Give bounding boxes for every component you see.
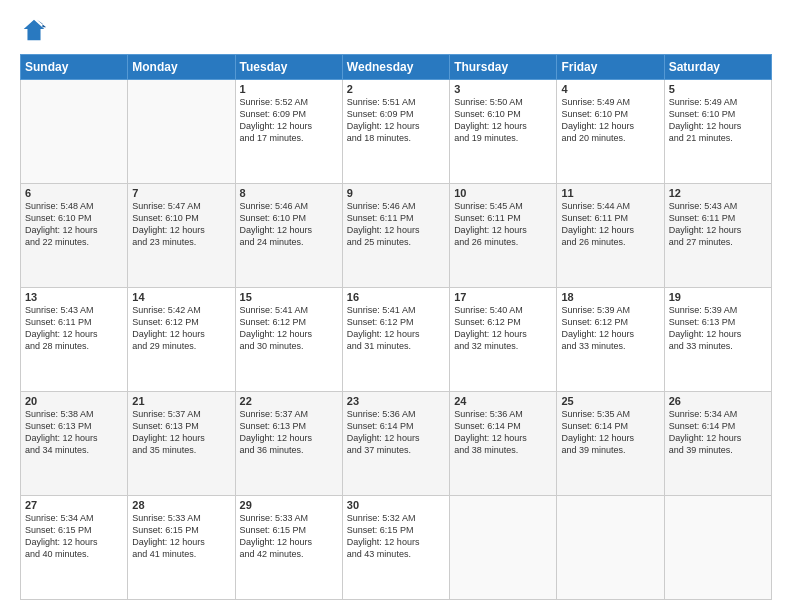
calendar-cell: 22Sunrise: 5:37 AM Sunset: 6:13 PM Dayli… <box>235 392 342 496</box>
day-number: 29 <box>240 499 338 511</box>
calendar-cell <box>21 80 128 184</box>
day-info: Sunrise: 5:51 AM Sunset: 6:09 PM Dayligh… <box>347 96 445 145</box>
day-number: 13 <box>25 291 123 303</box>
calendar-cell: 12Sunrise: 5:43 AM Sunset: 6:11 PM Dayli… <box>664 184 771 288</box>
day-number: 8 <box>240 187 338 199</box>
day-info: Sunrise: 5:52 AM Sunset: 6:09 PM Dayligh… <box>240 96 338 145</box>
calendar-week-3: 13Sunrise: 5:43 AM Sunset: 6:11 PM Dayli… <box>21 288 772 392</box>
calendar-cell: 2Sunrise: 5:51 AM Sunset: 6:09 PM Daylig… <box>342 80 449 184</box>
weekday-header-saturday: Saturday <box>664 55 771 80</box>
weekday-header-thursday: Thursday <box>450 55 557 80</box>
day-info: Sunrise: 5:41 AM Sunset: 6:12 PM Dayligh… <box>240 304 338 353</box>
day-number: 24 <box>454 395 552 407</box>
day-number: 17 <box>454 291 552 303</box>
weekday-header-wednesday: Wednesday <box>342 55 449 80</box>
calendar-cell: 15Sunrise: 5:41 AM Sunset: 6:12 PM Dayli… <box>235 288 342 392</box>
calendar-cell: 29Sunrise: 5:33 AM Sunset: 6:15 PM Dayli… <box>235 496 342 600</box>
calendar-cell <box>128 80 235 184</box>
day-info: Sunrise: 5:45 AM Sunset: 6:11 PM Dayligh… <box>454 200 552 249</box>
day-info: Sunrise: 5:34 AM Sunset: 6:14 PM Dayligh… <box>669 408 767 457</box>
day-info: Sunrise: 5:49 AM Sunset: 6:10 PM Dayligh… <box>669 96 767 145</box>
calendar-week-1: 1Sunrise: 5:52 AM Sunset: 6:09 PM Daylig… <box>21 80 772 184</box>
calendar-cell: 26Sunrise: 5:34 AM Sunset: 6:14 PM Dayli… <box>664 392 771 496</box>
calendar-cell: 20Sunrise: 5:38 AM Sunset: 6:13 PM Dayli… <box>21 392 128 496</box>
day-info: Sunrise: 5:46 AM Sunset: 6:10 PM Dayligh… <box>240 200 338 249</box>
day-info: Sunrise: 5:41 AM Sunset: 6:12 PM Dayligh… <box>347 304 445 353</box>
calendar-cell: 21Sunrise: 5:37 AM Sunset: 6:13 PM Dayli… <box>128 392 235 496</box>
day-number: 21 <box>132 395 230 407</box>
day-number: 22 <box>240 395 338 407</box>
day-info: Sunrise: 5:49 AM Sunset: 6:10 PM Dayligh… <box>561 96 659 145</box>
day-info: Sunrise: 5:37 AM Sunset: 6:13 PM Dayligh… <box>132 408 230 457</box>
calendar-cell: 17Sunrise: 5:40 AM Sunset: 6:12 PM Dayli… <box>450 288 557 392</box>
page: SundayMondayTuesdayWednesdayThursdayFrid… <box>0 0 792 612</box>
day-number: 14 <box>132 291 230 303</box>
calendar-cell: 23Sunrise: 5:36 AM Sunset: 6:14 PM Dayli… <box>342 392 449 496</box>
calendar-header-row: SundayMondayTuesdayWednesdayThursdayFrid… <box>21 55 772 80</box>
day-info: Sunrise: 5:38 AM Sunset: 6:13 PM Dayligh… <box>25 408 123 457</box>
day-number: 27 <box>25 499 123 511</box>
day-number: 2 <box>347 83 445 95</box>
day-info: Sunrise: 5:39 AM Sunset: 6:13 PM Dayligh… <box>669 304 767 353</box>
day-number: 5 <box>669 83 767 95</box>
day-number: 4 <box>561 83 659 95</box>
calendar-cell <box>664 496 771 600</box>
day-info: Sunrise: 5:35 AM Sunset: 6:14 PM Dayligh… <box>561 408 659 457</box>
weekday-header-monday: Monday <box>128 55 235 80</box>
weekday-header-sunday: Sunday <box>21 55 128 80</box>
calendar-cell: 6Sunrise: 5:48 AM Sunset: 6:10 PM Daylig… <box>21 184 128 288</box>
day-info: Sunrise: 5:36 AM Sunset: 6:14 PM Dayligh… <box>454 408 552 457</box>
calendar-cell: 7Sunrise: 5:47 AM Sunset: 6:10 PM Daylig… <box>128 184 235 288</box>
day-number: 11 <box>561 187 659 199</box>
calendar-cell: 25Sunrise: 5:35 AM Sunset: 6:14 PM Dayli… <box>557 392 664 496</box>
weekday-header-friday: Friday <box>557 55 664 80</box>
calendar-cell <box>557 496 664 600</box>
day-info: Sunrise: 5:46 AM Sunset: 6:11 PM Dayligh… <box>347 200 445 249</box>
logo <box>20 16 52 44</box>
calendar-cell: 10Sunrise: 5:45 AM Sunset: 6:11 PM Dayli… <box>450 184 557 288</box>
day-info: Sunrise: 5:34 AM Sunset: 6:15 PM Dayligh… <box>25 512 123 561</box>
day-number: 19 <box>669 291 767 303</box>
day-info: Sunrise: 5:42 AM Sunset: 6:12 PM Dayligh… <box>132 304 230 353</box>
day-number: 3 <box>454 83 552 95</box>
calendar-week-4: 20Sunrise: 5:38 AM Sunset: 6:13 PM Dayli… <box>21 392 772 496</box>
calendar-cell: 8Sunrise: 5:46 AM Sunset: 6:10 PM Daylig… <box>235 184 342 288</box>
calendar-cell: 19Sunrise: 5:39 AM Sunset: 6:13 PM Dayli… <box>664 288 771 392</box>
day-number: 15 <box>240 291 338 303</box>
day-info: Sunrise: 5:39 AM Sunset: 6:12 PM Dayligh… <box>561 304 659 353</box>
day-info: Sunrise: 5:43 AM Sunset: 6:11 PM Dayligh… <box>669 200 767 249</box>
day-info: Sunrise: 5:33 AM Sunset: 6:15 PM Dayligh… <box>132 512 230 561</box>
calendar-cell: 24Sunrise: 5:36 AM Sunset: 6:14 PM Dayli… <box>450 392 557 496</box>
day-number: 12 <box>669 187 767 199</box>
calendar-cell: 30Sunrise: 5:32 AM Sunset: 6:15 PM Dayli… <box>342 496 449 600</box>
calendar-cell: 28Sunrise: 5:33 AM Sunset: 6:15 PM Dayli… <box>128 496 235 600</box>
day-number: 6 <box>25 187 123 199</box>
day-info: Sunrise: 5:50 AM Sunset: 6:10 PM Dayligh… <box>454 96 552 145</box>
day-info: Sunrise: 5:47 AM Sunset: 6:10 PM Dayligh… <box>132 200 230 249</box>
day-number: 18 <box>561 291 659 303</box>
calendar-week-5: 27Sunrise: 5:34 AM Sunset: 6:15 PM Dayli… <box>21 496 772 600</box>
day-number: 30 <box>347 499 445 511</box>
day-info: Sunrise: 5:33 AM Sunset: 6:15 PM Dayligh… <box>240 512 338 561</box>
calendar-cell: 27Sunrise: 5:34 AM Sunset: 6:15 PM Dayli… <box>21 496 128 600</box>
calendar-cell: 5Sunrise: 5:49 AM Sunset: 6:10 PM Daylig… <box>664 80 771 184</box>
calendar-week-2: 6Sunrise: 5:48 AM Sunset: 6:10 PM Daylig… <box>21 184 772 288</box>
calendar-cell: 11Sunrise: 5:44 AM Sunset: 6:11 PM Dayli… <box>557 184 664 288</box>
calendar-cell: 14Sunrise: 5:42 AM Sunset: 6:12 PM Dayli… <box>128 288 235 392</box>
day-number: 25 <box>561 395 659 407</box>
calendar-cell: 3Sunrise: 5:50 AM Sunset: 6:10 PM Daylig… <box>450 80 557 184</box>
weekday-header-tuesday: Tuesday <box>235 55 342 80</box>
day-info: Sunrise: 5:36 AM Sunset: 6:14 PM Dayligh… <box>347 408 445 457</box>
day-info: Sunrise: 5:32 AM Sunset: 6:15 PM Dayligh… <box>347 512 445 561</box>
logo-icon <box>20 16 48 44</box>
calendar-cell <box>450 496 557 600</box>
day-info: Sunrise: 5:37 AM Sunset: 6:13 PM Dayligh… <box>240 408 338 457</box>
day-number: 1 <box>240 83 338 95</box>
calendar-cell: 13Sunrise: 5:43 AM Sunset: 6:11 PM Dayli… <box>21 288 128 392</box>
day-number: 23 <box>347 395 445 407</box>
day-number: 28 <box>132 499 230 511</box>
day-number: 9 <box>347 187 445 199</box>
header <box>20 16 772 44</box>
day-number: 7 <box>132 187 230 199</box>
day-number: 10 <box>454 187 552 199</box>
